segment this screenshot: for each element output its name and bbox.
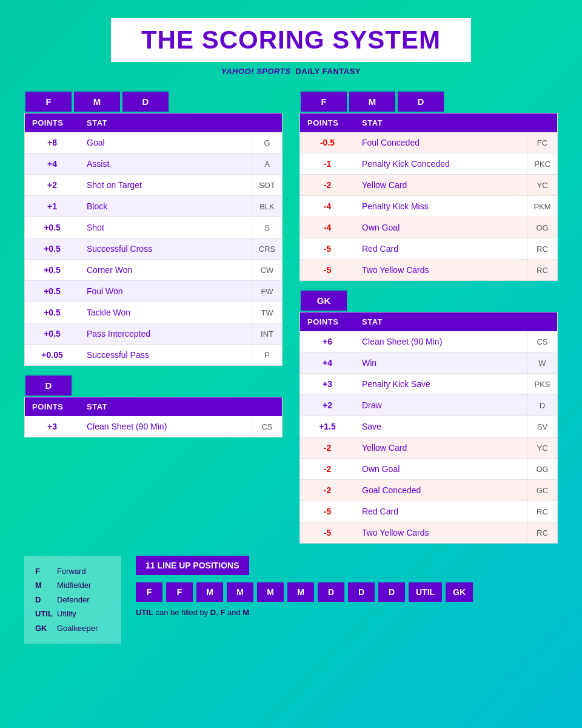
points-cell: +0.5 (25, 217, 79, 238)
lineup-position-badge: GK (446, 582, 473, 602)
table-row: +0.05 Successful Pass P (25, 345, 282, 365)
abbr-cell: YC (527, 175, 557, 195)
table-row: -2 Yellow Card YC (300, 175, 557, 196)
stat-cell: Two Yellow Cards (355, 522, 527, 543)
legend-items: FForwardMMidfielderDDefenderUTILUtilityG… (35, 564, 110, 635)
table-row: +0.5 Shot S (25, 217, 282, 238)
right-fmd-position-header: F M D (299, 90, 558, 113)
points-cell: +1 (25, 196, 79, 217)
table-row: +0.5 Pass Intercepted INT (25, 323, 282, 345)
points-cell: +4 (300, 352, 355, 373)
col-stat-label: STAT (79, 113, 282, 132)
col-points-label: POINTS (25, 113, 79, 132)
right-pos-d: D (396, 90, 445, 113)
abbr-cell: OG (527, 459, 557, 479)
lineup-position-badge: M (227, 582, 253, 602)
gk-col-points-label: POINTS (300, 312, 355, 331)
abbr-cell: CS (252, 416, 282, 437)
abbr-cell: YC (527, 437, 557, 458)
product-name: DAILY FANTASY (296, 67, 361, 76)
right-penalty-table: POINTS STAT -0.5 Foul Conceded FC -1 Pen… (299, 113, 558, 281)
right-penalty-rows: -0.5 Foul Conceded FC -1 Penalty Kick Co… (300, 132, 557, 280)
points-cell: +2 (25, 175, 79, 195)
stat-cell: Tackle Won (79, 302, 252, 323)
lineup-position-badge: F (166, 582, 193, 602)
stat-cell: Red Card (355, 501, 527, 522)
table-row: +1 Block BLK (25, 196, 282, 217)
legend-label: Utility (57, 609, 76, 618)
points-cell: -2 (300, 459, 355, 479)
table-row: -5 Two Yellow Cards RC (300, 260, 557, 280)
stat-cell: Goal Conceded (355, 480, 527, 500)
lineup-note: UTIL can be filled by D, F and M. (136, 608, 558, 617)
right-pen-stat-label: STAT (355, 113, 557, 132)
points-cell: +8 (25, 132, 79, 153)
legend-key: M (35, 578, 57, 592)
pos-d-only: D (24, 374, 73, 397)
points-cell: -5 (300, 501, 355, 522)
abbr-cell: OG (527, 217, 557, 238)
table-row: -2 Goal Conceded GC (300, 480, 557, 501)
stat-cell: Shot on Target (79, 175, 252, 195)
abbr-cell: SV (527, 416, 557, 437)
stat-cell: Assist (79, 153, 252, 174)
stat-cell: Penalty Kick Save (355, 374, 527, 394)
table-row: +3 Clean Sheet (90 Min) CS (25, 416, 282, 437)
abbr-cell: CRS (252, 238, 282, 259)
abbr-cell: RC (527, 522, 557, 543)
stat-cell: Draw (355, 395, 527, 416)
table-row: +2 Shot on Target SOT (25, 175, 282, 196)
points-cell: -0.5 (300, 132, 355, 153)
table-row: +2 Draw D (300, 395, 557, 416)
left-fmd-table: POINTS STAT +8 Goal G +4 Assist A +2 Sho… (24, 113, 283, 366)
lineup-position-badge: M (257, 582, 284, 602)
fmd-position-header: F M D (24, 90, 283, 113)
points-cell: -1 (300, 153, 355, 174)
abbr-cell: RC (527, 501, 557, 522)
lineup-positions: FFMMMMDDDUTILGK (136, 582, 558, 602)
points-cell: -2 (300, 480, 355, 500)
defender-position-header: D (24, 374, 283, 397)
stat-cell: Win (355, 352, 527, 373)
abbr-cell: CW (252, 260, 282, 280)
points-cell: -5 (300, 238, 355, 259)
right-gk-table: POINTS STAT +6 Clean Sheet (90 Min) CS +… (299, 312, 558, 544)
lineup-title: 11 LINE UP POSITIONS (136, 556, 249, 575)
points-cell: -4 (300, 217, 355, 238)
left-defender-table: POINTS STAT +3 Clean Sheet (90 Min) CS (24, 397, 283, 437)
legend-label: Defender (57, 595, 89, 604)
lineup-position-badge: M (196, 582, 223, 602)
table-row: +3 Penalty Kick Save PKS (300, 374, 557, 395)
left-table-header: POINTS STAT (25, 113, 282, 132)
table-row: +4 Assist A (25, 153, 282, 175)
left-column: F M D POINTS STAT +8 Goal G +4 Assist A … (24, 90, 283, 437)
table-row: +0.5 Tackle Won TW (25, 302, 282, 323)
def-col-points-label: POINTS (25, 397, 79, 416)
table-row: -2 Own Goal OG (300, 459, 557, 480)
pos-m: M (73, 90, 121, 113)
points-cell: +0.5 (25, 281, 79, 302)
subtitle: YAHOO! SPORTS DAILY FANTASY (221, 67, 361, 76)
right-pos-m: M (348, 90, 396, 113)
stat-cell: Own Goal (355, 459, 527, 479)
table-row: +1.5 Save SV (300, 416, 557, 437)
points-cell: -2 (300, 437, 355, 458)
stat-cell: Foul Won (79, 281, 252, 302)
table-row: +0.5 Corner Won CW (25, 260, 282, 281)
table-row: +0.5 Foul Won FW (25, 281, 282, 302)
points-cell: +0.5 (25, 260, 79, 280)
legend-key: GK (35, 621, 57, 635)
bottom-section: FForwardMMidfielderDDefenderUTILUtilityG… (24, 556, 558, 644)
stat-cell: Red Card (355, 238, 527, 259)
legend-key: F (35, 564, 57, 578)
legend-label: Goalkeeper (57, 624, 98, 633)
legend-item: FForward (35, 564, 110, 578)
right-column: F M D POINTS STAT -0.5 Foul Conceded FC … (299, 90, 558, 544)
stat-cell: Clean Sheet (90 Min) (79, 416, 252, 437)
stat-cell: Two Yellow Cards (355, 260, 527, 280)
defender-table-rows: +3 Clean Sheet (90 Min) CS (25, 416, 282, 437)
table-row: +6 Clean Sheet (90 Min) CS (300, 331, 557, 352)
gk-table-header: POINTS STAT (300, 312, 557, 331)
stat-cell: Pass Intercepted (79, 323, 252, 344)
legend-label: Forward (57, 567, 86, 576)
